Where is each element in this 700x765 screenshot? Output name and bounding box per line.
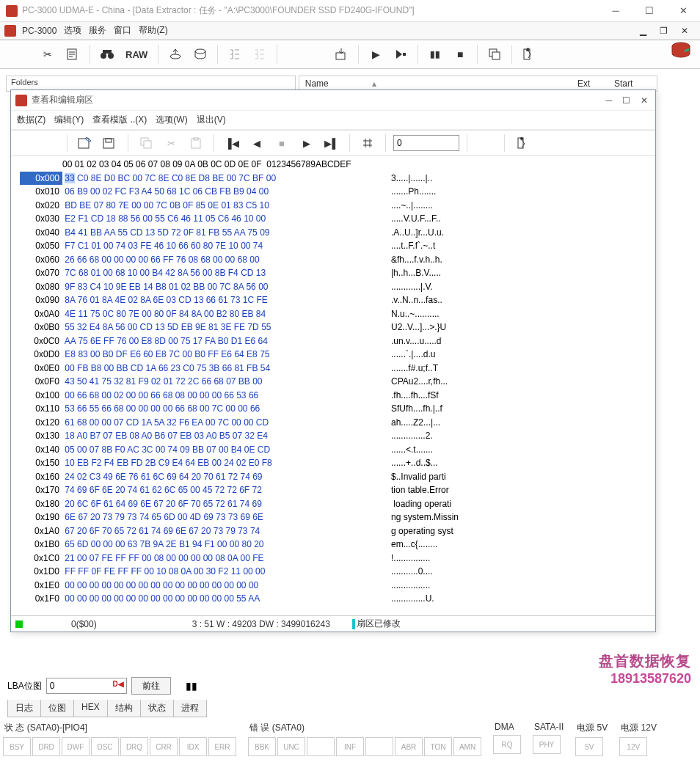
col-name[interactable]: Name [305, 78, 372, 89]
tree2-icon[interactable] [249, 43, 271, 65]
svg-point-5 [195, 49, 205, 54]
export-icon[interactable] [164, 43, 186, 65]
status-box-BBK: BBK [248, 737, 276, 756]
menu-help[interactable]: 帮助(Z) [139, 24, 167, 37]
tools-icon[interactable]: ✂ [37, 43, 59, 65]
import-icon[interactable] [330, 43, 352, 65]
svg-point-10 [526, 48, 529, 51]
go-button[interactable]: 前往 [131, 677, 171, 695]
status-box-CRR: CRR [150, 737, 178, 756]
lba-bar: LBA位图 D◀ 前往 ▮▮ [7, 675, 693, 697]
tab-状态[interactable]: 状态 [140, 700, 174, 717]
copy-icon[interactable] [136, 133, 156, 153]
paste-icon[interactable] [186, 133, 206, 153]
minimize-button[interactable]: ─ [599, 0, 632, 22]
hex-close-button[interactable]: ✕ [641, 95, 648, 106]
col-ext[interactable]: Ext [577, 78, 614, 89]
status-box-PHY: PHY [533, 735, 561, 754]
svg-point-2 [108, 53, 114, 59]
hex-menu-edit[interactable]: 编辑(Y) [54, 114, 84, 126]
stop-icon[interactable]: ■ [449, 43, 471, 65]
disk-icon[interactable] [189, 43, 211, 65]
status-offset: 0($00) [71, 619, 97, 629]
save-open-icon[interactable] [75, 133, 95, 153]
tree1-icon[interactable] [224, 43, 246, 65]
copy-stack-icon[interactable] [484, 43, 506, 65]
status-box- [307, 737, 335, 756]
hex-menu-data[interactable]: 数据(Z) [17, 114, 45, 126]
status-box-AMN: AMN [453, 737, 481, 756]
svg-point-4 [170, 54, 181, 59]
hex-toolbar: ✂ ▐◀ ◀ ■ ▶ ▶▌ [11, 130, 655, 156]
exit-icon[interactable] [518, 43, 540, 65]
window-title: PC-3000 UDMA-E - China - [Data Extractor… [22, 4, 599, 17]
play-fwd-icon[interactable] [390, 43, 412, 65]
status-box-INF: INF [336, 737, 364, 756]
svg-rect-17 [144, 141, 151, 148]
save-disk-icon[interactable] [100, 133, 120, 153]
hex-minimize-button[interactable]: ─ [605, 95, 612, 106]
hex-menu-exit[interactable]: 退出(V) [197, 114, 226, 126]
status-box-DRQ: DRQ [120, 737, 148, 756]
svg-rect-6 [336, 53, 345, 59]
menu-options[interactable]: 选项 [64, 24, 81, 37]
tab-位图[interactable]: 位图 [40, 700, 74, 717]
status-box-DSC: DSC [91, 737, 119, 756]
lba-flag-icon[interactable]: D◀ [112, 680, 123, 688]
status-group: 错 误 (SATA0)BBKUNCINFABRTONAMN [248, 722, 481, 756]
col-start[interactable]: Start [614, 78, 651, 89]
status-counts: 3 : 51 W : 49203 DW : 3499016243 [192, 619, 330, 629]
play-icon[interactable]: ▶ [365, 43, 387, 65]
tab-结构[interactable]: 结构 [107, 700, 141, 717]
svg-rect-8 [492, 52, 500, 59]
status-box-RQ: RQ [493, 735, 521, 754]
lba-label: LBA位图 [7, 680, 42, 692]
first-icon[interactable]: ▐◀ [222, 133, 242, 153]
prev-icon[interactable]: ◀ [247, 133, 267, 153]
binoculars-icon[interactable] [96, 43, 118, 65]
tab-日志[interactable]: 日志 [7, 700, 41, 717]
svg-rect-15 [106, 139, 112, 142]
exit2-icon[interactable] [512, 133, 533, 153]
svg-rect-3 [103, 50, 112, 54]
last-icon[interactable]: ▶▌ [321, 133, 342, 153]
cut-icon[interactable]: ✂ [161, 133, 181, 153]
device-icon [666, 37, 696, 66]
hex-menu-template[interactable]: 查看模版 ..(X) [92, 114, 147, 126]
status-box-TON: TON [424, 737, 452, 756]
status-group: 状 态 (SATA0)-[PIO4]BSYDRDDWFDSCDRQCRRIDXE… [3, 722, 236, 756]
hex-titlebar: 查看和编辑扇区 ─ ☐ ✕ [11, 90, 655, 111]
raw-button[interactable]: RAW [121, 43, 152, 65]
log-icon[interactable] [62, 43, 84, 65]
stop2-icon[interactable]: ■ [271, 133, 292, 153]
menu-window[interactable]: 窗口 [114, 24, 131, 37]
status-group: DMARQ [493, 722, 521, 756]
grid-icon[interactable] [357, 133, 378, 153]
close-button[interactable]: ✕ [666, 0, 700, 22]
status-box-UNC: UNC [277, 737, 305, 756]
hex-maximize-button[interactable]: ☐ [622, 95, 630, 106]
tab-进程[interactable]: 进程 [173, 700, 207, 717]
menu-service[interactable]: 服务 [89, 24, 106, 37]
status-group: 电源 12V12V [619, 722, 657, 756]
status-box-12V: 12V [619, 737, 647, 756]
maximize-button[interactable]: ☐ [632, 0, 666, 22]
svg-point-1 [101, 53, 106, 59]
lba-pause-button[interactable]: ▮▮ [175, 677, 196, 695]
status-box-5V: 5V [575, 737, 603, 756]
pause-icon[interactable]: ▮▮ [424, 43, 446, 65]
app-small-icon [4, 25, 16, 37]
goto-input[interactable] [393, 135, 459, 151]
mdi-restore-icon[interactable]: ❐ [660, 26, 668, 36]
mdi-close-icon[interactable]: ✕ [681, 26, 688, 36]
main-titlebar: PC-3000 UDMA-E - China - [Data Extractor… [0, 0, 700, 22]
next-icon[interactable]: ▶ [296, 133, 317, 153]
folders-title: Folders [7, 76, 295, 88]
status-panel: 状 态 (SATA0)-[PIO4]BSYDRDDWFDSCDRQCRRIDXE… [3, 722, 697, 756]
app-icon [6, 5, 18, 17]
tab-HEX[interactable]: HEX [73, 700, 108, 717]
hex-grid[interactable]: 00 01 02 03 04 05 06 07 08 09 0A 0B 0C 0… [11, 156, 655, 606]
hex-menu-options[interactable]: 选项(W) [156, 114, 187, 126]
main-menubar: PC-3000 选项 服务 窗口 帮助(Z) ▁ ❐ ✕ [0, 22, 700, 40]
mdi-minimize-icon[interactable]: ▁ [640, 26, 646, 36]
